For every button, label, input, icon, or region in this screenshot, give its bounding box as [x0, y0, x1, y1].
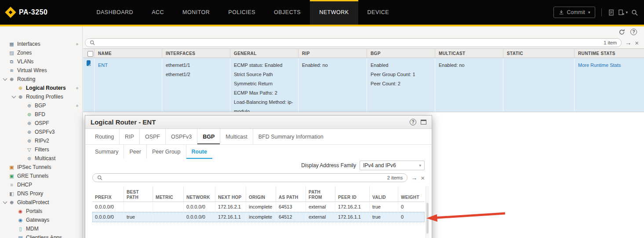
- col-name[interactable]: NAME: [95, 49, 162, 58]
- col-path-from[interactable]: PATH FROM: [306, 186, 335, 201]
- sidebar-item-bgp[interactable]: BGP: [0, 101, 82, 110]
- route-search-input[interactable]: 2 items: [92, 173, 408, 182]
- sidebar-item-globalprotect[interactable]: GlobalProtect: [0, 198, 82, 207]
- subtab-peer[interactable]: Peer: [124, 145, 146, 159]
- sidebar-item-ipsec-tunnels[interactable]: IPSec Tunnels: [0, 163, 82, 172]
- col-best-path[interactable]: BEST PATH: [124, 186, 153, 201]
- select-all-checkbox[interactable]: [87, 51, 93, 57]
- sidebar-item-virtual-wires[interactable]: Virtual Wires: [0, 66, 82, 75]
- sidebar-item-dns-proxy[interactable]: DNS Proxy: [0, 189, 82, 198]
- address-family-select[interactable]: IPv4 and IPv6 ▾: [360, 161, 425, 170]
- help-icon[interactable]: ?: [630, 29, 637, 35]
- col-next-hop[interactable]: NEXT HOP: [215, 186, 246, 201]
- cell-prefix: 0.0.0.0/0: [92, 212, 124, 222]
- subtab-summary[interactable]: Summary: [90, 145, 124, 159]
- apply-filter-icon[interactable]: →: [625, 40, 631, 46]
- clear-filter-icon[interactable]: ×: [421, 175, 425, 181]
- sidebar-item-vlans[interactable]: VLANs: [0, 57, 82, 66]
- col-runtime-stats[interactable]: RUNTIME STATS: [575, 49, 644, 58]
- sidebar-item-interfaces[interactable]: Interfaces: [0, 40, 82, 48]
- refresh-icon[interactable]: [619, 29, 625, 35]
- col-interfaces[interactable]: INTERFACES: [162, 49, 230, 58]
- scrollbar-thumb[interactable]: [426, 203, 429, 234]
- tab-objects[interactable]: OBJECTS: [265, 0, 310, 25]
- row-checkbox[interactable]: [87, 60, 91, 66]
- cell-origin: incomplete: [246, 202, 276, 212]
- sidebar-item-gateways[interactable]: Gateways: [0, 216, 82, 224]
- tab-bfd-summary[interactable]: BFD Summary Information: [253, 129, 329, 144]
- tab-bgp[interactable]: BGP: [197, 129, 220, 144]
- chevron-down-icon[interactable]: [3, 200, 8, 205]
- item-count: 1 item: [604, 40, 617, 45]
- app-root: PA-3250 DASHBOARD ACC MONITOR POLICIES O…: [0, 0, 644, 238]
- sidebar-item-multicast[interactable]: Multicast: [0, 154, 82, 163]
- tab-routing[interactable]: Routing: [90, 129, 119, 144]
- table-scrollbar[interactable]: [426, 186, 429, 238]
- sidebar-item-dhcp[interactable]: DHCP: [0, 180, 82, 189]
- brand: PA-3250: [0, 0, 59, 25]
- col-rip[interactable]: RIP: [298, 49, 367, 58]
- table-row[interactable]: 0.0.0.0/0 true 0.0.0.0/0 172.16.1.1 inco…: [92, 212, 425, 222]
- sidebar-item-logical-routers[interactable]: Logical Routers: [0, 84, 82, 92]
- sidebar-item-ospf[interactable]: OSPF: [0, 119, 82, 128]
- search-input[interactable]: 1 item: [85, 38, 622, 47]
- tab-device[interactable]: DEVICE: [358, 0, 399, 25]
- sidebar-item-gre-tunnels[interactable]: GRE Tunnels: [0, 172, 82, 180]
- col-static[interactable]: STATIC: [503, 49, 575, 58]
- search-icon[interactable]: [631, 9, 638, 16]
- sidebar-item-mdm[interactable]: MDM: [0, 224, 82, 233]
- tab-multicast[interactable]: Multicast: [220, 129, 252, 144]
- sidebar-item-clientless-apps[interactable]: Clientless Apps: [0, 233, 82, 238]
- tab-rip[interactable]: RIP: [119, 129, 139, 144]
- router-name-link[interactable]: ENT: [98, 62, 108, 68]
- subtab-route[interactable]: Route: [186, 145, 212, 159]
- col-multicast[interactable]: MULTICAST: [435, 49, 503, 58]
- col-bgp[interactable]: BGP: [367, 49, 435, 58]
- apply-filter-icon[interactable]: →: [411, 175, 417, 181]
- item-options-dot[interactable]: [76, 87, 78, 89]
- chevron-down-icon[interactable]: [11, 94, 17, 99]
- tab-network[interactable]: NETWORK: [310, 0, 358, 25]
- dialog-maximize-icon[interactable]: [421, 120, 426, 124]
- dialog-help-icon[interactable]: ?: [410, 119, 416, 125]
- col-prefix[interactable]: PREFIX: [92, 186, 124, 201]
- config-changes-icon[interactable]: ▾: [618, 9, 628, 16]
- tasks-icon[interactable]: [608, 9, 615, 16]
- cell-path-from: external: [306, 202, 335, 212]
- sidebar-item-ospfv3[interactable]: OSPFv3: [0, 128, 82, 136]
- tab-policies[interactable]: POLICIES: [219, 0, 265, 25]
- col-valid[interactable]: VALID: [370, 186, 398, 201]
- sidebar-item-label: BGP: [35, 103, 46, 109]
- commit-button[interactable]: Commit ▾: [553, 7, 596, 18]
- table-row[interactable]: ENT ethernet1/1 ethernet1/2 ECMP status:…: [83, 58, 644, 112]
- dialog-titlebar: Logical Router - ENT ?: [85, 116, 432, 129]
- sidebar-item-zones[interactable]: Zones: [0, 48, 82, 57]
- sidebar-item-filters[interactable]: Filters: [0, 145, 82, 154]
- sidebar-item-routing[interactable]: Routing: [0, 75, 82, 84]
- subtab-peer-group[interactable]: Peer Group: [146, 145, 186, 159]
- col-as-path[interactable]: AS PATH: [276, 186, 306, 201]
- col-metric[interactable]: METRIC: [153, 186, 184, 201]
- tab-acc[interactable]: ACC: [142, 0, 173, 25]
- col-network[interactable]: NETWORK: [184, 186, 215, 201]
- routers-search-row: 1 item → ×: [83, 37, 644, 48]
- cell-best-path: [124, 202, 153, 212]
- item-options-dot[interactable]: [76, 43, 78, 45]
- tab-dashboard[interactable]: DASHBOARD: [87, 0, 142, 25]
- col-general[interactable]: GENERAL: [230, 49, 298, 58]
- sidebar-item-ripv2[interactable]: RIPv2: [0, 136, 82, 145]
- tab-ospf[interactable]: OSPF: [139, 129, 165, 144]
- sidebar-item-portals[interactable]: Portals: [0, 207, 82, 216]
- tab-ospfv3[interactable]: OSPFv3: [165, 129, 197, 144]
- chevron-down-icon[interactable]: [3, 77, 8, 82]
- col-peer-id[interactable]: PEER ID: [335, 186, 370, 201]
- sidebar-item-routing-profiles[interactable]: Routing Profiles: [0, 92, 82, 101]
- cell-as-path: 64513: [276, 202, 306, 212]
- clear-filter-icon[interactable]: ×: [635, 40, 639, 46]
- table-row[interactable]: 0.0.0.0/0 0.0.0.0/0 172.16.2.1 incomplet…: [92, 202, 425, 212]
- sidebar-item-bfd[interactable]: BFD: [0, 110, 82, 119]
- more-runtime-stats-link[interactable]: More Runtime Stats: [578, 62, 621, 68]
- tab-monitor[interactable]: MONITOR: [173, 0, 219, 25]
- col-origin[interactable]: ORIGIN: [246, 186, 276, 201]
- item-options-dot[interactable]: [76, 105, 78, 107]
